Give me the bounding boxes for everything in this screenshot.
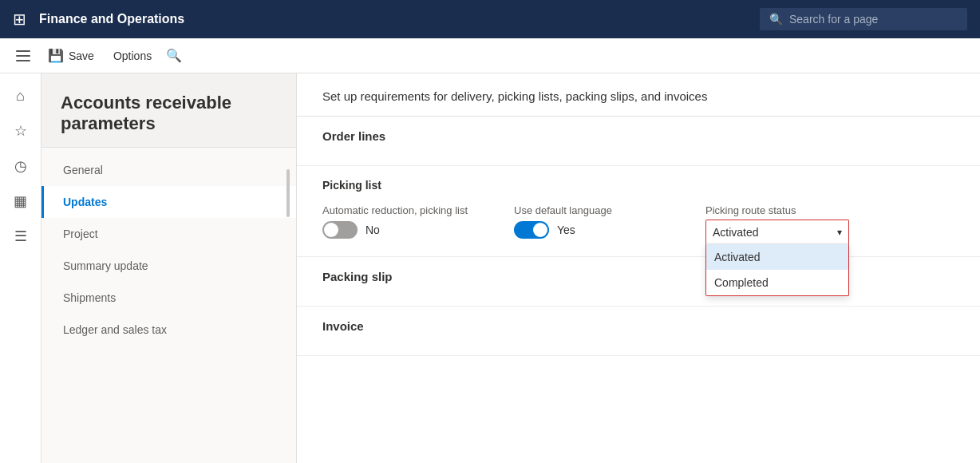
- hamburger-line: [16, 60, 30, 61]
- options-button[interactable]: Options: [105, 45, 160, 67]
- sidebar-recent-icon[interactable]: ◷: [5, 150, 37, 182]
- picking-route-status-dropdown[interactable]: Activated ▾: [705, 220, 849, 243]
- sidebar-favorites-icon[interactable]: ☆: [5, 115, 37, 147]
- save-button[interactable]: 💾 Save: [40, 43, 102, 68]
- hamburger-line: [16, 55, 30, 57]
- search-icon: 🔍: [769, 13, 783, 26]
- auto-reduction-toggle[interactable]: [322, 221, 358, 239]
- options-label: Options: [113, 49, 152, 62]
- order-lines-title: Order lines: [322, 129, 954, 143]
- global-search-box[interactable]: 🔍 Search for a page: [760, 8, 967, 30]
- content-header: Set up requirements for delivery, pickin…: [297, 73, 980, 117]
- packing-slip-title: Packing slip: [322, 270, 954, 283]
- toolbar: 💾 Save Options 🔍: [0, 38, 980, 73]
- scroll-indicator: [286, 169, 290, 217]
- search-placeholder-text: Search for a page: [789, 13, 878, 26]
- chevron-down-icon: ▾: [837, 227, 842, 238]
- app-title: Finance and Operations: [39, 12, 747, 26]
- page-title: Accounts receivable parameters: [61, 93, 277, 134]
- left-sidebar: ⌂ ☆ ◷ ▦ ☰: [0, 73, 41, 463]
- invoice-title: Invoice: [322, 319, 954, 333]
- picking-list-title: Picking list: [322, 179, 954, 192]
- nav-items: General Updates Project Summary update S…: [41, 148, 296, 352]
- picking-route-status-label: Picking route status: [705, 204, 849, 216]
- default-language-toggle[interactable]: [514, 221, 549, 239]
- sidebar-modules-icon[interactable]: ☰: [5, 220, 37, 252]
- picking-list-fields: Automatic reduction, picking list No Use…: [322, 204, 954, 243]
- toggle-thumb-on: [533, 223, 547, 237]
- nav-item-project[interactable]: Project: [41, 218, 296, 250]
- toolbar-search-icon[interactable]: 🔍: [163, 45, 185, 67]
- app-grid-icon[interactable]: ⊞: [13, 10, 26, 29]
- page-title-section: Accounts receivable parameters: [41, 73, 296, 148]
- hamburger-line: [16, 50, 30, 52]
- dropdown-option-activated[interactable]: Activated: [706, 244, 848, 270]
- auto-reduction-label: Automatic reduction, picking list: [322, 204, 482, 216]
- sidebar-home-icon[interactable]: ⌂: [5, 80, 37, 112]
- dropdown-selected-value: Activated: [713, 226, 759, 239]
- nav-item-ledger-sales-tax[interactable]: Ledger and sales tax: [41, 314, 296, 346]
- picking-route-status-field: Picking route status Activated ▾ Activat…: [705, 204, 849, 243]
- auto-reduction-value: No: [366, 224, 380, 236]
- nav-item-general[interactable]: General: [41, 154, 296, 186]
- top-navigation: ⊞ Finance and Operations 🔍 Search for a …: [0, 0, 980, 38]
- content-area: Accounts receivable parameters General U…: [41, 73, 980, 463]
- packing-slip-section: Packing slip: [297, 257, 980, 307]
- auto-reduction-value-row: No: [322, 221, 482, 239]
- nav-item-shipments[interactable]: Shipments: [41, 282, 296, 314]
- main-layout: ⌂ ☆ ◷ ▦ ☰ Accounts receivable parameters…: [0, 73, 980, 463]
- save-icon: 💾: [48, 48, 64, 63]
- default-language-value-row: Yes: [514, 221, 674, 239]
- nav-item-updates[interactable]: Updates: [41, 186, 296, 218]
- main-content: Set up requirements for delivery, pickin…: [297, 73, 980, 463]
- toggle-thumb: [324, 223, 338, 237]
- auto-reduction-field: Automatic reduction, picking list No: [322, 204, 482, 239]
- sidebar-workspaces-icon[interactable]: ▦: [5, 185, 37, 217]
- picking-route-status-menu: Activated Completed: [705, 243, 849, 296]
- left-nav: Accounts receivable parameters General U…: [41, 73, 297, 463]
- save-label: Save: [69, 49, 94, 62]
- default-language-value: Yes: [557, 224, 575, 236]
- nav-item-summary-update[interactable]: Summary update: [41, 250, 296, 282]
- default-language-field: Use default language Yes: [514, 204, 674, 239]
- content-subtitle: Set up requirements for delivery, pickin…: [322, 89, 954, 103]
- hamburger-menu-button[interactable]: [10, 44, 37, 68]
- default-language-label: Use default language: [514, 204, 674, 216]
- invoice-section: Invoice: [297, 307, 980, 356]
- dropdown-option-completed[interactable]: Completed: [706, 270, 848, 295]
- order-lines-section: Order lines: [297, 117, 980, 166]
- picking-list-section: Picking list Automatic reduction, pickin…: [297, 166, 980, 257]
